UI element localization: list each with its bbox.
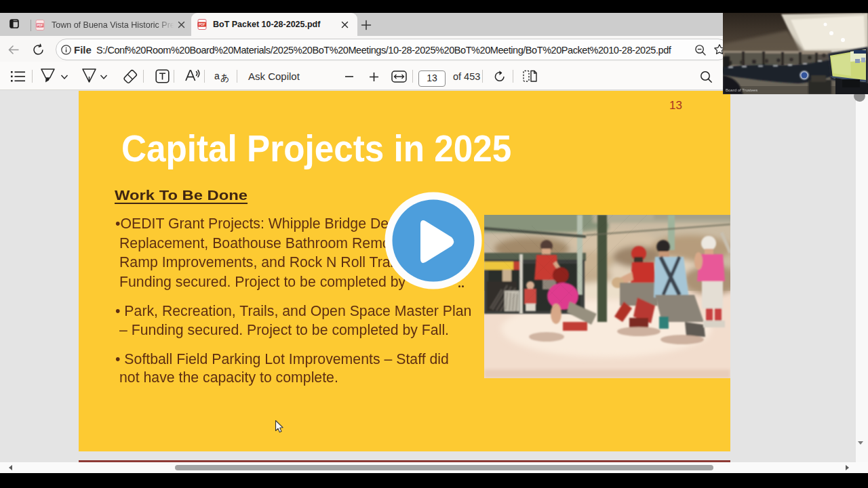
svg-text:PDF: PDF: [37, 24, 43, 27]
svg-text:a: a: [214, 70, 220, 81]
svg-text:あ: あ: [220, 73, 229, 83]
svg-text:Board of Trustees: Board of Trustees: [726, 88, 757, 92]
svg-text:PDF: PDF: [199, 23, 205, 26]
